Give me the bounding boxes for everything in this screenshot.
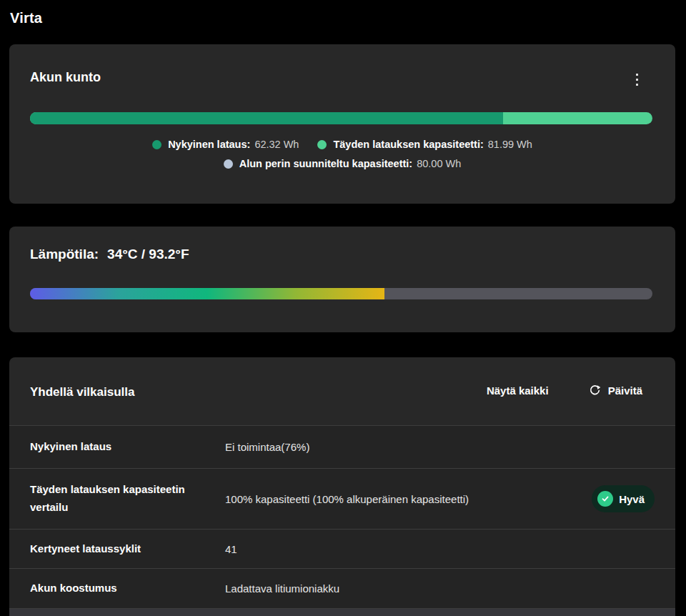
show-all-button[interactable]: Näytä kaikki — [487, 384, 549, 397]
row-value: Ei toimintaa(76%) — [225, 441, 655, 453]
legend-label: Täyden latauksen kapasiteetti: — [333, 139, 483, 150]
temperature-bar-fill — [30, 288, 384, 299]
table-row-current-charge: Nykyinen lataus Ei toimintaa(76%) — [9, 425, 675, 468]
full-capacity-dot-icon — [317, 140, 327, 149]
legend-item-full-capacity: Täyden latauksen kapasiteetti: 81.99 Wh — [317, 139, 532, 150]
row-label: Kertyneet lataussyklit — [30, 540, 204, 558]
table-row-battery-composition: Akun koostumus Ladattava litiumioniakku — [9, 568, 675, 608]
legend-value: 62.32 Wh — [254, 139, 299, 150]
status-badge: Hyvä — [592, 485, 655, 512]
row-value: 41 — [225, 543, 655, 555]
partial-next-row — [9, 608, 675, 616]
legend-value: 81.99 Wh — [488, 139, 532, 150]
badge-label: Hyvä — [619, 493, 645, 505]
legend-label: Alun perin suunniteltu kapasiteetti: — [239, 158, 413, 169]
table-row-charge-cycles: Kertyneet lataussyklit 41 — [9, 529, 675, 568]
refresh-label: Päivitä — [608, 384, 642, 397]
check-icon — [597, 491, 613, 507]
capacity-bar-current-segment — [30, 112, 503, 124]
legend-item-current-charge: Nykyinen lataus: 62.32 Wh — [152, 139, 299, 150]
temperature-card: Lämpötila:34°C / 93.2°F — [9, 227, 675, 332]
refresh-button[interactable]: Päivitä — [589, 384, 642, 397]
page-title: Virta — [10, 10, 42, 26]
row-value: Ladattava litiumioniakku — [225, 582, 655, 595]
row-label: Nykyinen lataus — [30, 438, 204, 456]
glance-card: Yhdellä vilkaisulla Näytä kaikki Päivitä… — [9, 357, 675, 616]
legend-value: 80.00 Wh — [417, 158, 461, 169]
row-label: Täyden latauksen kapasiteetin vertailu — [30, 481, 204, 517]
battery-health-title: Akun kunto — [30, 70, 101, 85]
glance-table: Nykyinen lataus Ei toimintaa(76%) Täyden… — [9, 425, 675, 616]
table-row-capacity-comparison: Täyden latauksen kapasiteetin vertailu 1… — [9, 468, 675, 529]
glance-title: Yhdellä vilkaisulla — [30, 385, 134, 399]
kebab-menu-icon[interactable] — [630, 70, 644, 89]
refresh-icon — [589, 384, 601, 397]
temperature-label: Lämpötila: — [30, 247, 99, 262]
capacity-bar — [30, 112, 652, 124]
row-label: Akun koostumus — [30, 580, 204, 597]
battery-health-card: Akun kunto Nykyinen lataus: 62.32 Wh Täy… — [9, 44, 675, 204]
temperature-value: 34°C / 93.2°F — [107, 247, 189, 262]
legend-item-design-capacity: Alun perin suunniteltu kapasiteetti: 80.… — [224, 158, 462, 169]
design-capacity-dot-icon — [224, 159, 233, 169]
capacity-legend: Nykyinen lataus: 62.32 Wh Täyden latauks… — [9, 139, 675, 169]
current-charge-dot-icon — [152, 140, 161, 149]
glance-header: Yhdellä vilkaisulla Näytä kaikki Päivitä — [9, 357, 675, 425]
legend-label: Nykyinen lataus: — [168, 139, 250, 150]
row-value: 100% kapasiteetti (100% alkuperäinen kap… — [225, 493, 592, 505]
temperature-bar — [30, 288, 652, 299]
